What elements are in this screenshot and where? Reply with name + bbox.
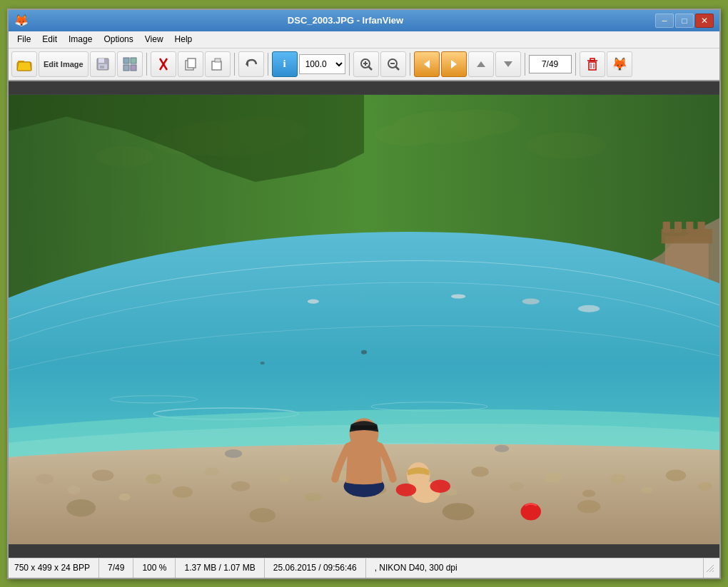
svg-point-71 bbox=[610, 474, 626, 484]
toolbar: Edit Image i bbox=[9, 49, 719, 81]
minimize-button[interactable]: – bbox=[655, 14, 674, 28]
sep1 bbox=[146, 53, 147, 76]
status-dimensions: 750 x 499 x 24 BPP bbox=[14, 558, 99, 578]
paste-button[interactable] bbox=[205, 51, 231, 77]
svg-marker-26 bbox=[424, 60, 430, 68]
close-button[interactable]: ✕ bbox=[695, 14, 714, 28]
zoom-select[interactable]: 100.0 50.0 75.0 150.0 200.0 bbox=[299, 54, 345, 74]
status-position: 7/49 bbox=[99, 558, 133, 578]
svg-rect-49 bbox=[698, 221, 705, 232]
svg-marker-3 bbox=[17, 62, 31, 71]
svg-point-53 bbox=[36, 474, 54, 484]
svg-point-60 bbox=[231, 481, 250, 491]
save-button[interactable] bbox=[90, 51, 116, 77]
svg-point-55 bbox=[92, 469, 113, 481]
menu-file[interactable]: File bbox=[11, 33, 36, 46]
svg-rect-16 bbox=[212, 61, 221, 70]
cut-button[interactable] bbox=[151, 51, 176, 77]
svg-point-72 bbox=[641, 486, 652, 493]
svg-point-93 bbox=[361, 349, 367, 354]
copy-button[interactable] bbox=[178, 51, 203, 77]
resize-grip-icon bbox=[704, 562, 714, 572]
svg-point-68 bbox=[509, 481, 523, 490]
svg-rect-8 bbox=[123, 58, 129, 63]
svg-point-84 bbox=[396, 483, 416, 496]
menu-help[interactable]: Help bbox=[169, 33, 198, 46]
svg-rect-81 bbox=[351, 425, 378, 429]
svg-point-61 bbox=[278, 475, 290, 482]
image-display-area bbox=[9, 81, 719, 558]
svg-rect-46 bbox=[663, 221, 670, 232]
undo-button[interactable] bbox=[238, 51, 264, 77]
svg-point-73 bbox=[666, 469, 686, 481]
svg-rect-32 bbox=[590, 58, 595, 61]
maximize-button[interactable]: □ bbox=[675, 14, 694, 28]
status-zoom: 100 % bbox=[133, 558, 176, 578]
sep2 bbox=[234, 53, 235, 76]
prev-image-button[interactable] bbox=[414, 51, 440, 77]
svg-point-94 bbox=[261, 361, 265, 364]
svg-rect-47 bbox=[674, 221, 682, 232]
svg-point-85 bbox=[430, 479, 450, 492]
svg-point-76 bbox=[249, 508, 275, 522]
svg-point-56 bbox=[118, 493, 130, 500]
menu-bar: File Edit Image Options View Help bbox=[9, 31, 719, 49]
svg-point-89 bbox=[308, 299, 319, 303]
svg-point-91 bbox=[522, 298, 540, 304]
app-icon: 🦊 bbox=[14, 14, 29, 27]
thumbnails-button[interactable] bbox=[117, 51, 143, 77]
first-image-button[interactable] bbox=[468, 51, 494, 77]
delete-button[interactable] bbox=[580, 51, 605, 77]
beach-image bbox=[9, 81, 719, 558]
svg-point-69 bbox=[543, 472, 562, 482]
svg-marker-27 bbox=[451, 60, 457, 68]
sep6 bbox=[525, 53, 525, 76]
menu-view[interactable]: View bbox=[139, 33, 169, 46]
svg-point-59 bbox=[204, 467, 218, 476]
sep4 bbox=[349, 53, 350, 76]
svg-rect-17 bbox=[215, 58, 221, 62]
svg-point-58 bbox=[173, 486, 193, 497]
menu-image[interactable]: Image bbox=[63, 33, 98, 46]
svg-marker-29 bbox=[504, 61, 512, 67]
status-filesize: 1.37 MB / 1.07 MB bbox=[176, 558, 264, 578]
irfanview-mascot-button[interactable]: 🦊 bbox=[607, 51, 632, 77]
svg-point-75 bbox=[66, 499, 96, 516]
svg-point-62 bbox=[305, 492, 322, 501]
svg-rect-9 bbox=[131, 58, 136, 63]
sep3 bbox=[268, 53, 268, 76]
svg-point-67 bbox=[471, 466, 488, 476]
menu-edit[interactable]: Edit bbox=[36, 33, 63, 46]
svg-rect-5 bbox=[98, 58, 104, 63]
svg-marker-28 bbox=[477, 61, 485, 67]
open-button[interactable] bbox=[11, 51, 37, 77]
menu-options[interactable]: Options bbox=[98, 33, 138, 46]
svg-point-70 bbox=[582, 489, 595, 496]
svg-rect-30 bbox=[589, 62, 596, 70]
svg-point-74 bbox=[698, 481, 712, 490]
info-button[interactable]: i bbox=[272, 51, 298, 77]
zoom-in-button[interactable] bbox=[353, 51, 379, 77]
sep7 bbox=[575, 53, 576, 76]
window-title: DSC_2003.JPG - IrfanView bbox=[36, 15, 655, 26]
edit-image-button[interactable]: Edit Image bbox=[39, 51, 89, 77]
status-datetime: 25.06.2015 / 09:56:46 bbox=[265, 558, 366, 578]
svg-point-87 bbox=[225, 449, 242, 457]
sep5 bbox=[410, 53, 410, 76]
title-bar: 🦊 DSC_2003.JPG - IrfanView – □ ✕ bbox=[9, 10, 719, 31]
svg-line-20 bbox=[368, 66, 372, 70]
zoom-out-button[interactable] bbox=[380, 51, 406, 77]
svg-rect-7 bbox=[100, 66, 104, 68]
next-image-button[interactable] bbox=[441, 51, 467, 77]
svg-point-77 bbox=[443, 503, 475, 520]
last-image-button[interactable] bbox=[495, 51, 521, 77]
svg-point-88 bbox=[495, 444, 509, 451]
status-bar: 750 x 499 x 24 BPP 7/49 100 % 1.37 MB / … bbox=[9, 558, 719, 578]
svg-point-57 bbox=[146, 474, 161, 484]
window-controls: – □ ✕ bbox=[655, 14, 714, 28]
svg-point-86 bbox=[521, 503, 541, 520]
svg-rect-11 bbox=[131, 65, 136, 71]
nav-counter: 7/49 bbox=[529, 55, 572, 73]
svg-line-24 bbox=[395, 66, 399, 70]
svg-point-92 bbox=[578, 305, 600, 312]
